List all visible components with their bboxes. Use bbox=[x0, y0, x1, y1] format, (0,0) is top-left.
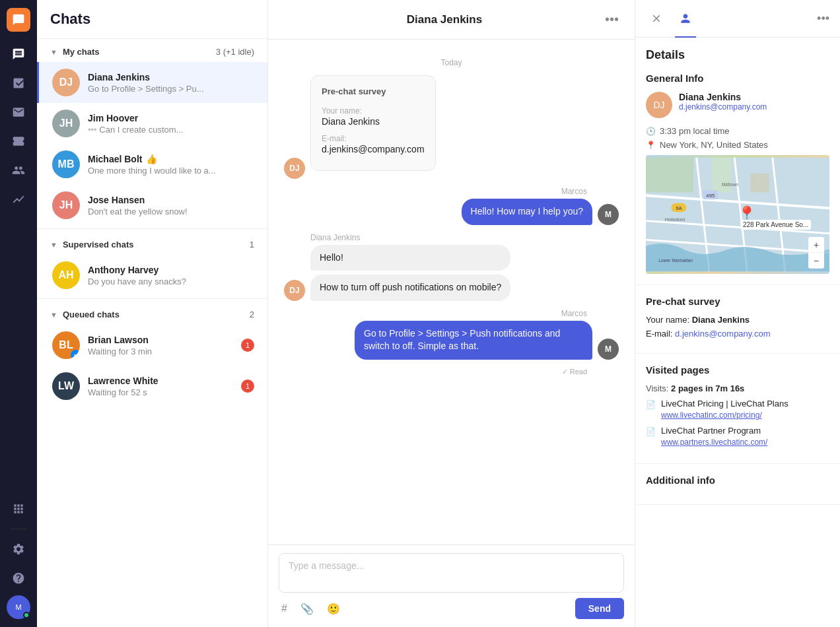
survey-email-value: d.jenkins@company.com bbox=[322, 144, 425, 154]
local-time-value: 3:33 pm local time bbox=[660, 126, 730, 136]
marcos-sender-1: Marcos bbox=[284, 187, 619, 196]
chat-main: Diana Jenkins ••• Today DJ Pre-chat surv… bbox=[268, 0, 635, 627]
page-title-2: LiveChat Partner Program bbox=[661, 426, 767, 436]
online-status-dot bbox=[23, 612, 30, 618]
msg-bubble-marcos-2: Go to Profile > Settings > Push notifica… bbox=[355, 321, 592, 360]
nav-tickets-icon[interactable] bbox=[7, 129, 30, 153]
queued-chats-label: Queued chats bbox=[63, 310, 120, 319]
hashtag-button[interactable]: # bbox=[279, 600, 290, 618]
message-input[interactable]: Type a message... bbox=[279, 553, 624, 593]
chat-header: Diana Jenkins ••• bbox=[268, 0, 635, 40]
page-item-1: 📄 LiveChat Pricing | LiveChat Plans www.… bbox=[646, 399, 829, 420]
map-view[interactable]: Hoboken Midtown Lower Manhattan 9A 495 📍… bbox=[646, 155, 829, 274]
general-info-title: General Info bbox=[646, 73, 829, 84]
map-zoom-controls: + − bbox=[808, 237, 824, 269]
chat-item-brian[interactable]: BL m Brian Lawson Waiting for 3 min 1 bbox=[37, 325, 267, 366]
survey-email-display: E-mail: d.jenkins@company.com bbox=[646, 329, 829, 339]
app-logo[interactable] bbox=[7, 8, 30, 32]
marcos-label-1: Marcos bbox=[284, 187, 587, 196]
page-url-2[interactable]: www.partners.livechatinc.com/ bbox=[661, 438, 767, 447]
chat-preview-jim: ••• Can I create custom... bbox=[88, 125, 254, 135]
details-more-icon[interactable]: ••• bbox=[817, 12, 829, 26]
avatar-anthony: AH bbox=[52, 261, 80, 289]
general-info-section: General Info DJ Diana Jenkins d.jenkins@… bbox=[635, 62, 840, 285]
nav-settings-icon[interactable] bbox=[7, 537, 30, 561]
location-value: New York, NY, United States bbox=[660, 140, 768, 150]
visited-pages-title: Visited pages bbox=[646, 364, 829, 376]
chat-name-diana: Diana Jenkins bbox=[88, 72, 254, 82]
my-chats-label: My chats bbox=[63, 47, 100, 57]
additional-info-section: Additional info bbox=[635, 464, 840, 505]
chat-item-lawrence[interactable]: LW Lawrence White Waiting for 52 s 1 bbox=[37, 366, 267, 407]
chat-sidebar: Chats ▼ My chats 3 (+1 idle) DJ Diana Je… bbox=[37, 0, 268, 627]
chat-info-jose: Jose Hansen Don't eat the yellow snow! bbox=[88, 195, 254, 216]
page-info-2: LiveChat Partner Program www.partners.li… bbox=[661, 426, 767, 447]
svg-text:9A: 9A bbox=[676, 205, 682, 211]
chat-header-more-icon[interactable]: ••• bbox=[605, 12, 619, 27]
supervised-chats-chevron: ▼ bbox=[50, 241, 57, 249]
survey-email-link[interactable]: d.jenkins@company.com bbox=[675, 329, 770, 339]
chat-item-anthony[interactable]: AH Anthony Harvey Do you have any snacks… bbox=[37, 255, 267, 296]
message-marcos-2: Go to Profile > Settings > Push notifica… bbox=[284, 321, 619, 360]
msg-avatar-diana-1: DJ bbox=[284, 280, 305, 301]
survey-name-label-display: Your name: bbox=[646, 315, 689, 325]
page-info-1: LiveChat Pricing | LiveChat Plans www.li… bbox=[661, 399, 788, 420]
attachment-button[interactable]: 📎 bbox=[298, 600, 316, 618]
nav-contacts-icon[interactable] bbox=[7, 158, 30, 182]
clock-icon: 🕒 bbox=[646, 127, 656, 136]
page-url-1[interactable]: www.livechatinc.com/pricing/ bbox=[661, 411, 762, 420]
visits-count: 2 pages in 7m 16s bbox=[671, 383, 744, 393]
send-button[interactable]: Send bbox=[575, 598, 624, 619]
chat-name-jim: Jim Hoover bbox=[88, 113, 254, 123]
chat-item-jim[interactable]: JH Jim Hoover ••• Can I create custom... bbox=[37, 103, 267, 144]
emoji-button[interactable]: 🙂 bbox=[324, 600, 343, 618]
chat-preview-brian: Waiting for 3 min bbox=[88, 346, 233, 356]
user-info-tab[interactable] bbox=[675, 8, 696, 29]
chat-item-michael[interactable]: MB Michael Bolt 👍 One more thing I would… bbox=[37, 144, 267, 185]
nav-analytics-icon[interactable] bbox=[7, 187, 30, 211]
diana-name-label: Diana Jenkins bbox=[310, 233, 619, 242]
queued-chats-section-header[interactable]: ▼ Queued chats 2 bbox=[37, 302, 267, 325]
close-panel-button[interactable] bbox=[646, 8, 667, 29]
user-avatar[interactable]: M bbox=[7, 595, 30, 619]
message-placeholder: Type a message... bbox=[289, 560, 364, 571]
visited-pages-section: Visited pages Visits: 2 pages in 7m 16s … bbox=[635, 354, 840, 464]
survey-email-label: E-mail: bbox=[322, 134, 346, 143]
msg-avatar-marcos-2: M bbox=[598, 339, 619, 360]
my-chats-section-header[interactable]: ▼ My chats 3 (+1 idle) bbox=[37, 39, 267, 62]
chat-item-diana[interactable]: DJ Diana Jenkins Go to Profile > Setting… bbox=[37, 62, 267, 103]
chat-name-michael: Michael Bolt 👍 bbox=[88, 154, 254, 164]
page-icon-1: 📄 bbox=[646, 400, 656, 409]
queued-chats-chevron: ▼ bbox=[50, 311, 57, 319]
additional-info-title: Additional info bbox=[646, 475, 829, 486]
map-zoom-out[interactable]: − bbox=[808, 253, 824, 269]
nav-reports-icon[interactable] bbox=[7, 71, 30, 95]
svg-rect-9 bbox=[750, 174, 769, 193]
chat-info-anthony: Anthony Harvey Do you have any snacks? bbox=[88, 265, 254, 286]
chat-item-jose[interactable]: JH Jose Hansen Don't eat the yellow snow… bbox=[37, 185, 267, 226]
nav-inbox-icon[interactable] bbox=[7, 100, 30, 124]
map-zoom-in[interactable]: + bbox=[808, 237, 824, 253]
page-item-2: 📄 LiveChat Partner Program www.partners.… bbox=[646, 426, 829, 447]
nav-apps-icon[interactable] bbox=[7, 497, 30, 521]
marcos-label-2: Marcos bbox=[284, 309, 587, 318]
map-address-label: 228 Park Avenue So... bbox=[740, 220, 811, 230]
avatar-brian: BL m bbox=[52, 331, 80, 359]
rph-icons bbox=[646, 8, 696, 29]
msg-avatar-marcos-1: M bbox=[598, 204, 619, 225]
survey-name-label: Your name: bbox=[322, 106, 362, 116]
chat-info-michael: Michael Bolt 👍 One more thing I would li… bbox=[88, 154, 254, 176]
left-navigation: M bbox=[0, 0, 37, 627]
visits-summary: Visits: 2 pages in 7m 16s bbox=[646, 383, 829, 393]
page-icon-2: 📄 bbox=[646, 427, 656, 436]
nav-chats-icon[interactable] bbox=[7, 42, 30, 66]
svg-text:Hoboken: Hoboken bbox=[665, 216, 685, 222]
chat-preview-anthony: Do you have any snacks? bbox=[88, 277, 254, 286]
nav-divider-icon bbox=[11, 529, 26, 529]
my-chats-chevron: ▼ bbox=[50, 48, 57, 56]
supervised-chats-section-header[interactable]: ▼ Supervised chats 1 bbox=[37, 232, 267, 255]
pre-chat-survey-title: Pre-chat survey bbox=[646, 296, 829, 307]
supervised-chats-label: Supervised chats bbox=[63, 240, 134, 249]
nav-help-icon[interactable] bbox=[7, 566, 30, 590]
marcos-sender-2: Marcos bbox=[284, 309, 619, 318]
